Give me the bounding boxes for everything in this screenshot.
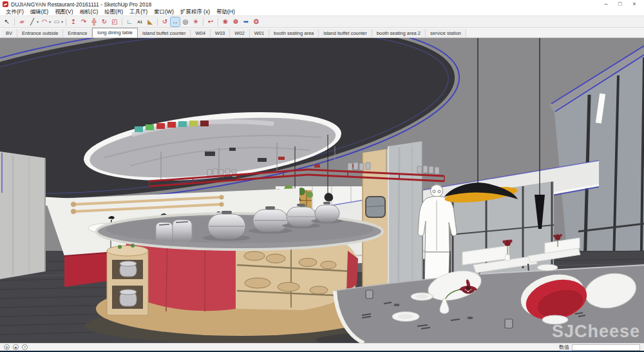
menu-bar: 文件(F)编辑(E)视图(V)相机(C)绘图(R)工具(T)窗口(W)扩展程序 … — [0, 8, 644, 16]
title-bar: DUJIANGYAN Restaurant-20161111 - SketchU… — [0, 0, 644, 8]
menu-item-7[interactable]: 扩展程序 (x) — [177, 8, 213, 15]
3d-warehouse-tool-icon[interactable]: ❀ — [221, 17, 230, 26]
toasters — [156, 220, 192, 242]
scene-tab-w03-6[interactable]: W03 — [211, 29, 230, 37]
eraser-tool-icon[interactable]: ▰ — [17, 17, 26, 26]
credits-icon[interactable]: ☻ — [13, 344, 19, 350]
zoom-tool-icon[interactable]: ◎ — [181, 17, 190, 26]
paint-bucket-tool-icon[interactable]: ◣ — [146, 17, 155, 26]
status-bar: ⊕☻? 数值 — [0, 343, 644, 351]
menu-item-8[interactable]: 帮助(H) — [213, 8, 238, 15]
toolbar-separator — [122, 18, 122, 26]
pan-tool-icon[interactable]: ↔ — [171, 17, 180, 26]
move-tool-icon[interactable]: ╬ — [90, 17, 99, 26]
measurements-label: 数值 — [559, 344, 569, 351]
scene-tab-strip: BVEntrance outsideEntrancelong dining ta… — [0, 28, 644, 38]
extension-warehouse-tool-icon[interactable]: ❁ — [231, 17, 240, 26]
maximize-button[interactable]: □ — [613, 0, 627, 8]
scene-tab-long-dining-table-3[interactable]: long dining table — [92, 28, 138, 37]
toolbar-separator — [157, 18, 158, 26]
toolbar-separator — [203, 18, 204, 26]
line-tool-icon[interactable]: ╱ — [28, 17, 37, 26]
tape-measure-tool-icon[interactable]: ∟ — [125, 17, 134, 26]
menu-item-0[interactable]: 文件(F) — [3, 8, 27, 15]
toolbar-separator — [14, 18, 15, 26]
geolocation-icon[interactable]: ⊕ — [4, 344, 10, 350]
window-title: DUJIANGYAN Restaurant-20161111 - SketchU… — [11, 1, 151, 8]
menu-item-1[interactable]: 编辑(E) — [27, 8, 52, 15]
scene-tab-w02-7[interactable]: W02 — [230, 29, 249, 37]
toolbar-separator — [66, 18, 66, 26]
scene-tab-island-buffet-counter-10[interactable]: island buffet counter — [319, 29, 372, 37]
menu-item-2[interactable]: 视图(V) — [52, 8, 76, 15]
scene-tab-service-station-12[interactable]: service station — [426, 29, 466, 37]
rectangle-tool-icon[interactable]: ▭ — [52, 17, 61, 26]
scene-tab-booth-seating-area-9[interactable]: booth seating area — [269, 29, 319, 37]
help-icon[interactable]: ? — [22, 344, 28, 350]
rotate-tool-icon[interactable]: ↻ — [100, 17, 109, 26]
scale-tool-icon[interactable]: ◰ — [110, 17, 119, 26]
zoom-extents-tool-icon[interactable]: ✳ — [191, 17, 200, 26]
menu-item-4[interactable]: 绘图(R) — [101, 8, 126, 15]
scene-tab-bv-0[interactable]: BV — [1, 29, 17, 37]
menu-item-5[interactable]: 工具(T) — [126, 8, 151, 15]
previous-view-tool-icon[interactable]: ↩ — [206, 17, 215, 26]
scene-tab-entrance-2[interactable]: Entrance — [63, 29, 92, 37]
scene-tab-booth-seating-area-2-11[interactable]: booth seating area 2 — [372, 29, 426, 37]
scene-tab-island-buffet-counter-4[interactable]: island buffet counter — [138, 29, 191, 37]
model-viewport[interactable]: SJCheese — [0, 38, 644, 343]
sketchup-window: DUJIANGYAN Restaurant-20161111 - SketchU… — [0, 0, 644, 352]
orbit-tool-icon[interactable]: ↺ — [160, 17, 169, 26]
arc-tool-icon[interactable]: ◠ — [40, 17, 49, 26]
model-info-tool-icon[interactable]: ❂ — [252, 17, 261, 26]
push-pull-tool-icon[interactable]: ↥ — [69, 17, 78, 26]
toolbar-separator — [218, 18, 218, 26]
rectangle-tool-dropdown-arrow[interactable]: ▾ — [61, 19, 63, 24]
close-button[interactable]: × — [627, 0, 641, 8]
concrete-column-left — [0, 152, 45, 279]
restaurant-3d-scene — [0, 38, 644, 343]
menu-item-3[interactable]: 相机(C) — [77, 8, 102, 15]
text-tool-icon[interactable]: A1 — [135, 17, 144, 26]
minimize-button[interactable]: – — [599, 0, 613, 8]
scene-tab-w04-5[interactable]: W04 — [191, 29, 210, 37]
watermark: SJCheese — [552, 322, 640, 342]
scene-tab-w01-8[interactable]: W01 — [250, 29, 269, 37]
sketchup-logo-icon — [3, 1, 8, 7]
share-model-tool-icon[interactable]: ➥ — [242, 17, 251, 26]
scene-tab-entrance-outside-1[interactable]: Entrance outside — [17, 29, 63, 37]
menu-item-6[interactable]: 窗口(W) — [151, 8, 177, 15]
measurements-input[interactable] — [572, 344, 640, 351]
arc-tool-dropdown-arrow[interactable]: ▾ — [49, 19, 51, 24]
line-tool-dropdown-arrow[interactable]: ▾ — [37, 19, 39, 24]
select-tool-icon[interactable]: ↖ — [3, 17, 12, 26]
follow-me-tool-icon[interactable]: ↷ — [79, 17, 88, 26]
toolbar: ↖▰╱▾◠▾▭▾↥↷╬↻◰∟A1◣↺↔◎✳↩❀❁➥❂ — [0, 16, 644, 28]
counter-end-tower — [107, 244, 148, 315]
